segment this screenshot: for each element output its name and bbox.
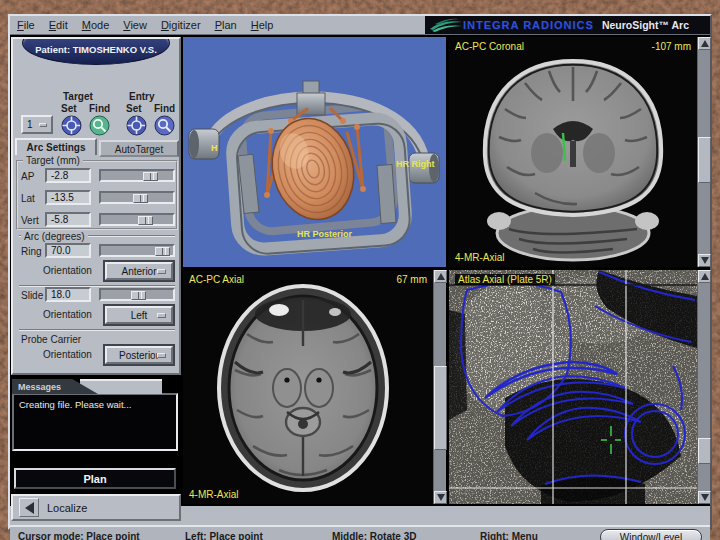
atlas-scroll-thumb[interactable]: [698, 438, 711, 464]
menu-view[interactable]: View: [116, 17, 154, 33]
atlas-scrollbar[interactable]: [697, 270, 710, 504]
crosshair-icon: [126, 115, 147, 136]
view-coronal[interactable]: AC-PC Coronal -107 mm 4-MR-Axial: [449, 37, 697, 267]
probe-carrier-label: Probe Carrier: [21, 334, 81, 345]
plan-button[interactable]: Plan: [14, 468, 176, 489]
point-number-select[interactable]: 1: [21, 115, 53, 134]
menu-plan[interactable]: Plan: [208, 17, 244, 33]
view-3d-frame[interactable]: H HR Right HR Posterior: [183, 37, 446, 267]
brand-strip: INTEGRA RADIONICS NeuroSight™ Arc: [425, 16, 710, 34]
separator: [19, 285, 175, 287]
menu-edit[interactable]: Edit: [42, 17, 75, 33]
3d-label-left: H: [211, 143, 218, 153]
localize-back-button[interactable]: [19, 498, 39, 517]
ring-slider-thumb[interactable]: [155, 247, 170, 256]
brand-name: INTEGRA RADIONICS: [463, 19, 594, 31]
target-find-button[interactable]: [89, 115, 110, 136]
menu-mode[interactable]: Mode: [75, 17, 117, 33]
localize-label[interactable]: Localize: [47, 502, 87, 514]
ring-slider[interactable]: [99, 244, 175, 257]
vert-slider-thumb[interactable]: [138, 216, 153, 225]
ring-value: 70.0: [51, 245, 70, 256]
slide-orientation-value: Left: [131, 310, 148, 321]
ap-slider[interactable]: [99, 169, 175, 182]
scroll-up-button[interactable]: [698, 37, 711, 50]
entry-find-button[interactable]: [154, 115, 175, 136]
menu-help[interactable]: Help: [244, 17, 281, 33]
lat-value: -13.5: [51, 192, 74, 203]
lat-slider[interactable]: [99, 191, 175, 204]
down-arrow-icon: [701, 257, 709, 264]
coronal-slice-position: -107 mm: [652, 41, 691, 52]
ap-label: AP: [21, 171, 34, 182]
magnifier-icon: [154, 115, 175, 136]
status-left-button: Left: Place point: [185, 531, 263, 540]
probe-orientation-value: Posterior: [119, 350, 159, 361]
ring-field[interactable]: 70.0: [45, 243, 91, 258]
window-level-button[interactable]: Window/Level: [600, 529, 702, 540]
axial-series-label: 4-MR-Axial: [189, 489, 238, 500]
entry-column-header: Entry: [129, 91, 155, 102]
slide-slider[interactable]: [99, 288, 175, 301]
probe-orientation-label: Orientation: [43, 349, 92, 360]
option-menu-dash-icon: [39, 123, 47, 127]
integra-swoosh-icon: [429, 18, 463, 32]
tab-arc-settings[interactable]: Arc Settings: [15, 138, 97, 155]
coronal-mri-graphic: [449, 37, 697, 267]
coronal-scrollbar[interactable]: [697, 37, 710, 267]
tab-auto-target[interactable]: AutoTarget: [99, 140, 179, 157]
vert-slider[interactable]: [99, 213, 175, 226]
product-name: NeuroSight™ Arc: [602, 19, 689, 31]
ap-slider-thumb[interactable]: [143, 172, 158, 181]
target-set-button[interactable]: [61, 115, 82, 136]
view-axial[interactable]: AC-PC Axial 67 mm 4-MR-Axial: [183, 270, 433, 504]
patient-name: Patient: TIMOSHENKO V.S.: [35, 44, 157, 64]
slide-field[interactable]: 18.0: [45, 287, 91, 302]
separator: [19, 329, 175, 331]
atlas-annotation: Put: [545, 280, 556, 287]
messages-box: Creating file. Please wait...: [12, 393, 178, 451]
slide-orientation-select[interactable]: Left: [105, 306, 173, 324]
axial-scroll-thumb[interactable]: [434, 366, 447, 450]
scroll-down-button[interactable]: [698, 254, 711, 267]
coronal-scroll-thumb[interactable]: [698, 137, 711, 183]
menu-digitizer[interactable]: Digitizer: [154, 17, 208, 33]
magnifier-icon: [89, 115, 110, 136]
ap-value: -2.8: [51, 170, 68, 181]
ring-orientation-select[interactable]: Anterior: [105, 262, 173, 280]
localize-bar: Localize: [11, 494, 181, 521]
entry-set-button[interactable]: [126, 115, 147, 136]
status-middle-button: Middle: Rotate 3D: [332, 531, 416, 540]
view-atlas[interactable]: Atlas Axial (Plate 5R) Put: [449, 270, 697, 504]
menu-bar: File Edit Mode View Digitizer Plan Help …: [10, 16, 710, 35]
scroll-up-button[interactable]: [434, 270, 447, 283]
plan-button-label: Plan: [83, 473, 106, 485]
scroll-up-button[interactable]: [698, 270, 711, 283]
status-right-button: Right: Menu: [480, 531, 538, 540]
scroll-down-button[interactable]: [698, 491, 711, 504]
ap-field[interactable]: -2.8: [45, 168, 91, 183]
left-arrow-icon: [25, 502, 34, 514]
tab-arc-settings-label: Arc Settings: [27, 142, 86, 153]
lat-slider-thumb[interactable]: [133, 194, 148, 203]
up-arrow-icon: [701, 273, 709, 280]
scroll-down-button[interactable]: [434, 491, 447, 504]
target-find-label: Find: [89, 103, 110, 114]
slide-slider-thumb[interactable]: [131, 291, 146, 300]
vert-field[interactable]: -5.8: [45, 212, 91, 227]
messages-text: Creating file. Please wait...: [14, 395, 176, 414]
status-bar: Cursor mode: Place point Left: Place poi…: [10, 525, 710, 540]
lat-field[interactable]: -13.5: [45, 190, 91, 205]
up-arrow-icon: [701, 40, 709, 47]
vert-value: -5.8: [51, 214, 68, 225]
application-window: File Edit Mode View Digitizer Plan Help …: [8, 14, 712, 530]
coronal-title: AC-PC Coronal: [455, 41, 524, 52]
coronal-series-label: 4-MR-Axial: [455, 252, 504, 263]
menu-file[interactable]: File: [10, 17, 42, 33]
slide-label: Slide: [21, 290, 43, 301]
option-menu-dash-icon: [157, 313, 166, 318]
crosshair-icon: [61, 115, 82, 136]
probe-orientation-select[interactable]: Posterior: [105, 346, 173, 364]
3d-label-right: HR Right: [396, 159, 435, 169]
axial-scrollbar[interactable]: [433, 270, 446, 504]
